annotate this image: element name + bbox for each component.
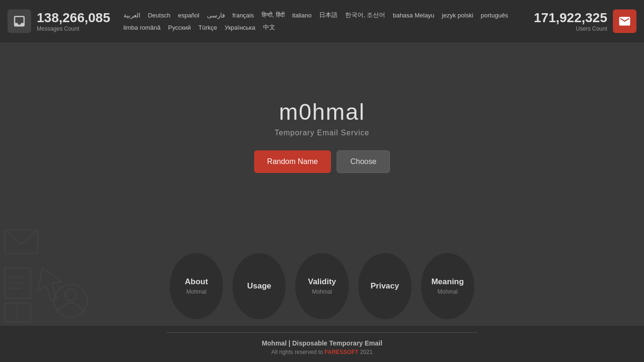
- choose-button[interactable]: Choose: [337, 150, 390, 173]
- language-button[interactable]: limba română: [121, 23, 164, 32]
- header-right: 171,922,325 Users Count: [534, 9, 636, 33]
- circle-nav-button[interactable]: AboutMohmal: [170, 253, 223, 319]
- circle-nav-button[interactable]: Privacy: [358, 253, 412, 319]
- users-count-block: 171,922,325 Users Count: [534, 10, 607, 32]
- main-content: m0hmal Temporary Email Service Random Na…: [0, 42, 644, 192]
- language-button[interactable]: italiano: [289, 11, 314, 20]
- language-button[interactable]: Русский: [165, 23, 193, 32]
- site-title: m0hmal: [279, 99, 365, 125]
- random-name-button[interactable]: Random Name: [254, 150, 331, 173]
- language-button[interactable]: português: [478, 11, 511, 20]
- copyright-pre: All rights reserved to: [272, 349, 325, 355]
- header-left: 138,266,085 Messages Count: [8, 9, 110, 33]
- circle-label: Privacy: [371, 281, 399, 291]
- language-button[interactable]: español: [175, 11, 202, 20]
- language-button[interactable]: jezyk polski: [439, 11, 476, 20]
- circle-sublabel: Mohmal: [438, 288, 458, 295]
- site-subtitle: Temporary Email Service: [275, 129, 370, 137]
- brand-name: FARESSOFT: [324, 349, 358, 355]
- footer-divider: [166, 332, 478, 333]
- circle-nav-button[interactable]: MeaningMohmal: [421, 253, 474, 319]
- circle-sublabel: Mohmal: [312, 288, 332, 295]
- footer-copyright: All rights reserved to FARESSOFT 2021: [7, 349, 637, 355]
- footer-bar: Mohmal | Disposable Temporary Email All …: [0, 326, 644, 362]
- language-button[interactable]: 한국어, 조선어: [342, 10, 388, 20]
- header: 138,266,085 Messages Count العربيةDeutsc…: [0, 0, 644, 42]
- action-buttons: Random Name Choose: [254, 150, 390, 173]
- messages-count-block: 138,266,085 Messages Count: [37, 10, 110, 32]
- inbox-icon: [8, 9, 31, 33]
- circle-label: About: [185, 277, 208, 287]
- language-button[interactable]: français: [230, 11, 257, 20]
- language-button[interactable]: हिन्दी, हिंदी: [259, 10, 288, 20]
- language-button[interactable]: bahasa Melayu: [390, 11, 437, 20]
- circle-label: Meaning: [431, 277, 464, 287]
- circle-sublabel: Mohmal: [186, 288, 206, 295]
- messages-label: Messages Count: [37, 25, 110, 32]
- language-button[interactable]: Українська: [222, 23, 258, 32]
- footer-title: Mohmal | Disposable Temporary Email: [7, 339, 637, 347]
- language-button[interactable]: فارسی: [204, 11, 228, 20]
- circle-label: Usage: [247, 281, 271, 291]
- language-button[interactable]: 日本語: [316, 10, 340, 20]
- language-button[interactable]: Türkçe: [196, 23, 220, 32]
- mail-icon-button[interactable]: [613, 9, 636, 33]
- language-button[interactable]: 中文: [260, 22, 278, 33]
- svg-rect-0: [5, 230, 38, 254]
- circle-label: Validity: [308, 277, 336, 287]
- circle-nav-button[interactable]: Usage: [232, 253, 286, 319]
- users-label: Users Count: [576, 25, 607, 32]
- circle-nav-button[interactable]: ValidityMohmal: [295, 253, 348, 319]
- language-button[interactable]: العربية: [121, 11, 143, 20]
- mail-svg: [618, 15, 631, 28]
- languages-list: العربيةDeutschespañolفارسیfrançaisहिन्दी…: [121, 10, 531, 33]
- inbox-svg: [12, 14, 26, 28]
- users-count: 171,922,325: [534, 10, 607, 25]
- copyright-year: 2021: [358, 349, 372, 355]
- messages-count: 138,266,085: [37, 10, 110, 25]
- language-button[interactable]: Deutsch: [145, 11, 173, 20]
- footer-circles: AboutMohmalUsageValidityMohmalPrivacyMea…: [0, 253, 644, 319]
